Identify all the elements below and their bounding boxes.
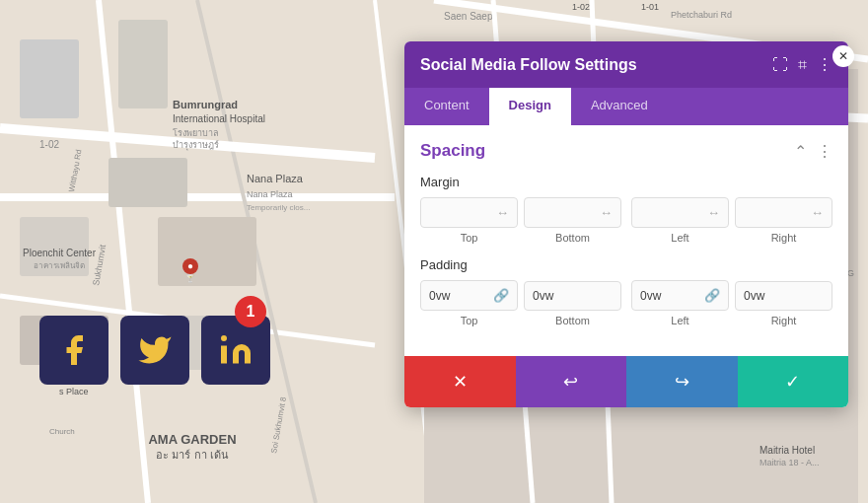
twitter-icon-box	[120, 316, 189, 385]
svg-rect-8	[158, 217, 256, 286]
spacing-section-header: Spacing ⌃ ⋮	[420, 141, 832, 161]
svg-text:Maitria 18 - A...: Maitria 18 - A...	[760, 458, 820, 467]
svg-text:โรงพยาบาล: โรงพยาบาล	[173, 128, 219, 138]
collapse-icon[interactable]: ⌃	[794, 142, 807, 161]
margin-tb-link-icon: ↔	[496, 205, 509, 220]
padding-section: Padding 0vw 🔗 0vw Top B	[420, 257, 832, 326]
notification-badge: 1	[235, 296, 266, 327]
bottom-toolbar: ✕ ↩ ↪ ✓	[404, 356, 848, 407]
svg-text:บำรุงราษฎร์: บำรุงราษฎร์	[173, 139, 219, 151]
margin-tb-link2-icon: ↔	[600, 205, 613, 220]
tab-advanced[interactable]: Advanced	[571, 88, 668, 125]
save-button[interactable]: ✓	[738, 356, 849, 407]
svg-text:Maitria Hotel: Maitria Hotel	[760, 445, 815, 456]
margin-lr-link-icon: ↔	[707, 205, 720, 220]
panel-header: Social Media Follow Settings ⛶ ⌗ ⋮	[404, 41, 848, 88]
margin-bottom-label: Bottom	[524, 232, 621, 244]
redo-icon: ↪	[675, 371, 689, 393]
save-icon: ✓	[785, 371, 800, 393]
settings-panel: Social Media Follow Settings ⛶ ⌗ ⋮ Conte…	[404, 41, 848, 407]
layout-icon[interactable]: ⌗	[798, 56, 807, 74]
margin-top-input[interactable]: ↔	[420, 197, 518, 228]
margin-bottom-input[interactable]: ↔	[524, 197, 621, 228]
svg-text:AMA GARDEN: AMA GARDEN	[148, 432, 236, 447]
margin-left-label: Left	[631, 232, 729, 244]
svg-text:International Hospital: International Hospital	[173, 113, 265, 124]
padding-lr-link-icon: 🔗	[704, 288, 720, 303]
svg-text:อะ มาร์ กา เด้น: อะ มาร์ กา เด้น	[156, 449, 228, 461]
margin-right-label: Right	[735, 232, 832, 244]
section-actions: ⌃ ⋮	[794, 142, 832, 161]
map-close-button[interactable]: ✕	[832, 45, 854, 67]
panel-title: Social Media Follow Settings	[420, 56, 637, 74]
facebook-icon-box	[39, 316, 108, 385]
padding-topbottom-col: 0vw 🔗 0vw Top Bottom	[420, 280, 621, 326]
margin-leftright-col: ↔ ↔ Left Right	[631, 197, 832, 244]
cancel-icon: ✕	[453, 371, 468, 393]
svg-text:Saen Saep: Saen Saep	[444, 11, 493, 22]
section-more-icon[interactable]: ⋮	[817, 142, 832, 161]
svg-rect-7	[108, 158, 187, 207]
padding-right-input[interactable]: 0vw	[735, 281, 832, 311]
svg-text:Phetchaburi Rd: Phetchaburi Rd	[671, 10, 732, 20]
more-icon[interactable]: ⋮	[817, 55, 832, 74]
svg-text:Nana Plaza: Nana Plaza	[247, 173, 304, 184]
svg-text:1-02: 1-02	[39, 139, 59, 150]
padding-tb-link-icon: 🔗	[493, 288, 509, 303]
svg-text:1-01: 1-01	[641, 2, 659, 12]
tab-content[interactable]: Content	[404, 88, 489, 125]
spacing-title: Spacing	[420, 141, 485, 161]
panel-header-icons: ⛶ ⌗ ⋮	[772, 55, 832, 74]
margin-inputs: ↔ ↔ Top Bottom	[420, 197, 832, 244]
svg-text:Church: Church	[49, 427, 75, 436]
tab-bar: Content Design Advanced	[404, 88, 848, 125]
svg-text:Temporarily clos...: Temporarily clos...	[247, 203, 310, 212]
undo-icon: ↩	[563, 371, 578, 393]
svg-point-48	[221, 335, 227, 341]
redo-button[interactable]: ↪	[626, 356, 738, 407]
svg-text:●: ●	[187, 260, 193, 271]
padding-label: Padding	[420, 257, 832, 272]
padding-left-label: Left	[631, 315, 729, 326]
svg-rect-11	[20, 39, 79, 118]
linkedin-icon-box	[201, 316, 270, 385]
svg-text:1-02: 1-02	[572, 2, 590, 12]
svg-text:Nana Plaza: Nana Plaza	[247, 189, 293, 199]
margin-lr-link2-icon: ↔	[811, 205, 824, 220]
margin-topbottom-col: ↔ ↔ Top Bottom	[420, 197, 621, 244]
padding-inputs: 0vw 🔗 0vw Top Bottom	[420, 280, 832, 326]
expand-icon[interactable]: ⛶	[772, 56, 788, 74]
svg-rect-47	[221, 346, 227, 364]
margin-top-label: Top	[420, 232, 518, 244]
cancel-button[interactable]: ✕	[404, 356, 516, 407]
padding-top-input[interactable]: 0vw 🔗	[420, 280, 518, 311]
undo-button[interactable]: ↩	[516, 356, 627, 407]
svg-text:🍸: 🍸	[185, 273, 195, 283]
svg-text:Ploenchit Center: Ploenchit Center	[23, 248, 97, 258]
social-icons-map	[39, 316, 270, 385]
margin-right-input[interactable]: ↔	[735, 197, 832, 228]
tab-design[interactable]: Design	[489, 88, 571, 125]
padding-leftright-col: 0vw 🔗 0vw Left Right	[631, 280, 832, 326]
svg-text:Bumrungrad: Bumrungrad	[173, 99, 238, 110]
padding-bottom-input[interactable]: 0vw	[524, 281, 621, 311]
margin-section: Margin ↔ ↔ Top	[420, 175, 832, 244]
padding-left-input[interactable]: 0vw 🔗	[631, 280, 729, 311]
padding-bottom-label: Bottom	[524, 315, 621, 326]
panel-body: Spacing ⌃ ⋮ Margin ↔	[404, 125, 848, 356]
padding-top-label: Top	[420, 315, 518, 326]
margin-left-input[interactable]: ↔	[631, 197, 729, 228]
svg-rect-12	[118, 20, 168, 108]
svg-text:อาคารเพลินจิต: อาคารเพลินจิต	[34, 261, 85, 270]
margin-label: Margin	[420, 175, 832, 189]
svg-text:s Place: s Place	[59, 387, 89, 396]
padding-right-label: Right	[735, 315, 832, 326]
